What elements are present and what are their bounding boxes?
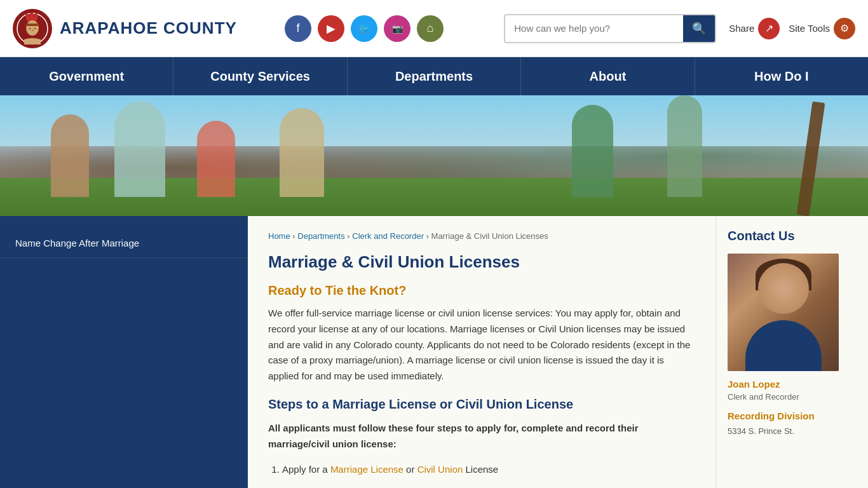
svg-point-7 bbox=[34, 28, 36, 29]
main-content: Name Change After Marriage Home › Depart… bbox=[0, 216, 868, 488]
svg-point-6 bbox=[29, 28, 31, 29]
contact-address: 5334 S. Prince St. bbox=[728, 425, 857, 438]
contact-name: Joan Lopez bbox=[728, 379, 857, 390]
section1-body: We offer full-service marriage license o… bbox=[268, 306, 695, 384]
contact-photo bbox=[728, 254, 839, 371]
steps-intro: All applicants must follow these four st… bbox=[268, 421, 695, 452]
breadcrumb-clerk[interactable]: Clerk and Recorder bbox=[352, 231, 424, 241]
contact-role: Clerk and Recorder bbox=[728, 392, 857, 402]
header-actions: Share ↗ Site Tools ⚙ bbox=[729, 18, 855, 39]
contact-title: Contact Us bbox=[728, 229, 857, 243]
share-icon: ↗ bbox=[758, 18, 780, 39]
hero-image bbox=[0, 95, 868, 216]
contact-division: Recording Division bbox=[728, 410, 857, 421]
nav-item-county-services[interactable]: County Services bbox=[173, 57, 347, 95]
logo[interactable]: ARAPAHOE COUNTY bbox=[13, 9, 237, 48]
share-label: Share bbox=[729, 23, 754, 34]
site-tools-button[interactable]: Site Tools ⚙ bbox=[789, 18, 855, 39]
nav-item-government[interactable]: Government bbox=[0, 57, 173, 95]
site-header: ARAPAHOE COUNTY f ▶ 🐦 📷 ⌂ 🔍 Share ↗ Site… bbox=[0, 0, 868, 57]
social-icons-group: f ▶ 🐦 📷 ⌂ bbox=[285, 15, 444, 42]
breadcrumb-departments[interactable]: Departments bbox=[297, 231, 344, 241]
steps-list: Apply for a Marriage License or Civil Un… bbox=[282, 461, 695, 478]
youtube-icon[interactable]: ▶ bbox=[318, 15, 344, 42]
civil-union-link[interactable]: Civil Union bbox=[417, 464, 463, 475]
contact-photo-body bbox=[745, 320, 822, 371]
search-input[interactable] bbox=[505, 17, 683, 40]
contact-panel: Contact Us Joan Lopez Clerk and Recorder… bbox=[715, 216, 868, 488]
step-1: Apply for a Marriage License or Civil Un… bbox=[282, 461, 695, 478]
main-nav: Government County Services Departments A… bbox=[0, 57, 868, 95]
nav-item-how-do-i[interactable]: How Do I bbox=[695, 57, 868, 95]
sidebar-item-name-change[interactable]: Name Change After Marriage bbox=[0, 229, 248, 258]
nav-item-departments[interactable]: Departments bbox=[348, 57, 521, 95]
search-bar: 🔍 bbox=[504, 14, 716, 43]
logo-icon bbox=[13, 9, 52, 48]
breadcrumb: Home › Departments › Clerk and Recorder … bbox=[268, 231, 695, 241]
contact-photo-face bbox=[758, 263, 809, 314]
breadcrumb-home[interactable]: Home bbox=[268, 231, 290, 241]
svg-rect-5 bbox=[26, 24, 39, 26]
site-tools-label: Site Tools bbox=[789, 23, 830, 34]
page-title: Marriage & Civil Union Licenses bbox=[268, 252, 695, 272]
search-button[interactable]: 🔍 bbox=[683, 15, 715, 42]
facebook-icon[interactable]: f bbox=[285, 15, 311, 42]
steps-heading: Steps to a Marriage License or Civil Uni… bbox=[268, 397, 695, 412]
marriage-license-link[interactable]: Marriage License bbox=[330, 464, 403, 475]
share-button[interactable]: Share ↗ bbox=[729, 18, 780, 39]
content-area: Home › Departments › Clerk and Recorder … bbox=[248, 216, 715, 488]
instagram-icon[interactable]: 📷 bbox=[384, 15, 410, 42]
home-social-icon[interactable]: ⌂ bbox=[417, 15, 444, 42]
twitter-icon[interactable]: 🐦 bbox=[351, 15, 377, 42]
breadcrumb-current: Marriage & Civil Union Licenses bbox=[431, 231, 548, 241]
nav-item-about[interactable]: About bbox=[521, 57, 695, 95]
svg-point-4 bbox=[26, 20, 39, 36]
gear-icon: ⚙ bbox=[834, 18, 855, 39]
section1-heading: Ready to Tie the Knot? bbox=[268, 283, 695, 298]
sidebar: Name Change After Marriage bbox=[0, 216, 248, 488]
logo-name: ARAPAHOE COUNTY bbox=[60, 18, 237, 38]
